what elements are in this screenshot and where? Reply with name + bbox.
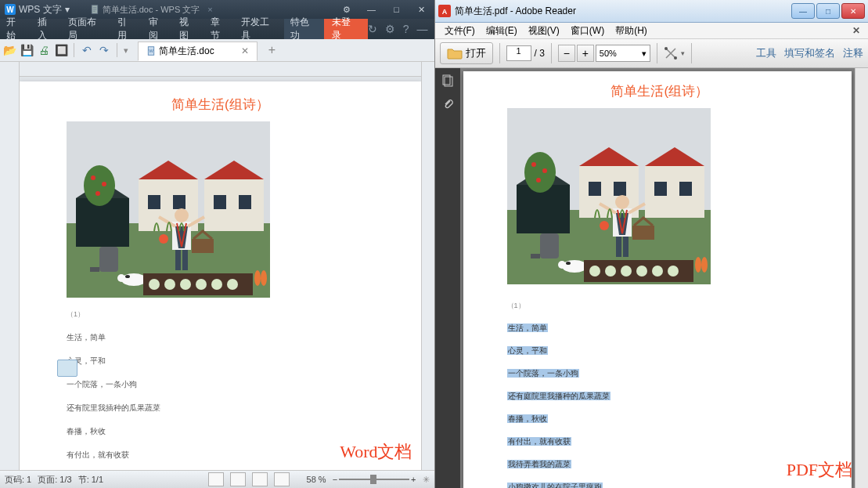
zoom-slider[interactable]: − + [333,475,416,484]
pdf-tools-link[interactable]: 工具 [756,46,776,60]
svg-point-16 [91,175,95,180]
status-pageview: 页面: 1/3 [38,474,71,486]
pdf-page-input[interactable]: 1 [506,45,531,61]
wps-menu-start[interactable]: 开始 [0,19,31,39]
wps-toolbar: 📂 💾 🖨 🔲 ↶ ↷ ▾ W 简单生活.doc ✕ + [0,39,434,62]
view-mode-icon[interactable] [252,472,268,486]
svg-point-74 [636,266,647,277]
wps-logo[interactable]: W WPS 文字 ▾ [0,3,74,16]
svg-point-59 [542,168,547,173]
svg-point-57 [524,152,556,193]
wps-menu-special[interactable]: 特色功 [284,19,324,39]
pdf-menu-window[interactable]: 窗口(W) [566,23,609,39]
view-mode-icon[interactable] [274,472,290,486]
save-icon[interactable]: 💾 [20,44,33,56]
pdf-close-button[interactable]: ✕ [841,3,865,19]
svg-rect-20 [90,267,99,272]
wps-collapse-icon[interactable]: — [417,23,428,35]
svg-point-67 [562,260,587,273]
add-tab-button[interactable]: + [262,43,282,57]
pdf-open-button[interactable]: 打开 [440,42,493,64]
wps-maximize-button[interactable]: □ [384,0,409,19]
pdf-fill-sign-link[interactable]: 填写和签名 [784,46,835,60]
pdf-document-area[interactable]: 简单生活(组诗） [460,68,855,488]
zoom-out-icon[interactable]: − [333,475,337,484]
dropdown-icon[interactable]: ▾ [65,4,70,15]
fit-icon[interactable]: ✳ [423,475,430,485]
pdf-hand-tool-icon[interactable] [664,46,678,60]
poem-line: 有付出，就有收获 [507,437,571,446]
wps-status-bar: 页码: 1 页面: 1/3 节: 1/1 58 % − + ✳ [0,470,434,488]
pdf-menu-file[interactable]: 文件(F) [440,23,480,39]
pdf-zoom-in-button[interactable]: + [577,45,594,62]
wps-nav-icon[interactable] [57,360,77,377]
wps-workarea: 简单生活(组诗） [0,62,434,470]
wps-menubar: 开始 插入 页面布局 引用 审阅 视图 章节 开发工具 特色功 未登录 ↻ ⚙ … [0,19,434,39]
pdf-page-total: / 3 [535,48,545,59]
wps-menu-ref[interactable]: 引用 [111,19,142,39]
open-icon[interactable]: 📂 [3,44,16,56]
pdf-comment-link[interactable]: 注释 [843,46,863,60]
svg-rect-62 [531,254,540,258]
wps-help-icon[interactable]: ? [403,23,409,35]
pdf-titlebar: A 简单生活.pdf - Adobe Reader — □ ✕ [435,0,869,23]
view-mode-icon[interactable] [230,472,246,486]
wps-gear-icon[interactable]: ⚙ [385,23,395,35]
pdf-menu-view[interactable]: 视图(V) [524,23,564,39]
wps-menu-review[interactable]: 审阅 [142,19,174,39]
folder-icon [447,47,463,60]
redo-icon[interactable]: ↷ [98,44,110,56]
pdf-poem-num: （1） [507,301,813,311]
svg-rect-66 [623,237,628,257]
poem-line: 有付出，就有收获 [67,450,374,461]
wps-scrollbar[interactable] [421,62,434,470]
pdf-document-title: 简单生活(组诗） [507,82,813,100]
wps-refresh-icon[interactable]: ↻ [368,23,377,35]
pdf-workarea: 简单生活(组诗） [435,68,869,488]
wps-watermark-label: Word文档 [340,440,412,464]
pdf-menu-edit[interactable]: 编辑(E) [481,23,522,39]
pdf-minimize-button[interactable]: — [791,3,815,19]
chevron-down-icon[interactable]: ▾ [681,49,685,57]
wps-menu-layout[interactable]: 页面布局 [62,19,111,39]
pdf-scrollbar[interactable] [855,68,868,488]
doc-tab-close-icon[interactable]: ✕ [241,45,249,56]
poem-line: 春播，秋收 [67,426,374,437]
wps-ruler-horizontal [20,62,421,77]
undo-icon[interactable]: ↶ [81,44,93,56]
view-mode-icon[interactable] [208,472,224,486]
wps-menu-chapter[interactable]: 章节 [204,19,236,39]
svg-rect-56 [679,182,692,196]
wps-menu-insert[interactable]: 插入 [31,19,63,39]
wps-dropdown-icon[interactable]: ▾ [124,45,128,56]
pdf-maximize-button[interactable]: □ [816,3,840,19]
pdf-thumbnails-icon[interactable] [440,73,456,89]
svg-point-37 [159,234,168,244]
svg-text:A: A [441,8,447,16]
svg-point-64 [615,195,629,209]
poem-num: （1） [67,309,374,320]
svg-rect-80 [632,226,654,240]
poem-line: 生活，简单 [507,324,548,332]
zoom-in-icon[interactable]: + [411,475,416,484]
poem-line: 还有院里我插种的瓜果蔬菜 [67,403,374,414]
pdf-menu-help[interactable]: 帮助(H) [610,23,652,39]
preview-icon[interactable]: 🔲 [55,44,67,56]
wps-menu-view[interactable]: 视图 [173,19,204,39]
wps-document-area[interactable]: 简单生活(组诗） [20,77,421,470]
pdf-menubar-close-icon[interactable]: ✕ [849,25,863,36]
svg-rect-11 [204,179,264,231]
pdf-zoom-out-button[interactable]: − [558,45,575,62]
separator [499,43,500,63]
wps-minimize-button[interactable]: — [359,0,384,19]
wps-menu-dev[interactable]: 开发工具 [235,19,284,39]
title-tab-close-icon[interactable]: × [207,5,212,14]
wps-document-tab[interactable]: W 简单生活.doc ✕ [138,42,258,61]
wps-close-button[interactable]: ✕ [409,0,434,19]
pdf-page: 简单生活(组诗） [463,71,852,488]
wps-login-button[interactable]: 未登录 [324,19,367,39]
pdf-zoom-select[interactable]: 50% ▾ [596,45,650,62]
pdf-attachment-icon[interactable] [440,96,456,112]
poem-line: 心灵，平和 [507,346,548,355]
print-icon[interactable]: 🖨 [38,44,50,56]
